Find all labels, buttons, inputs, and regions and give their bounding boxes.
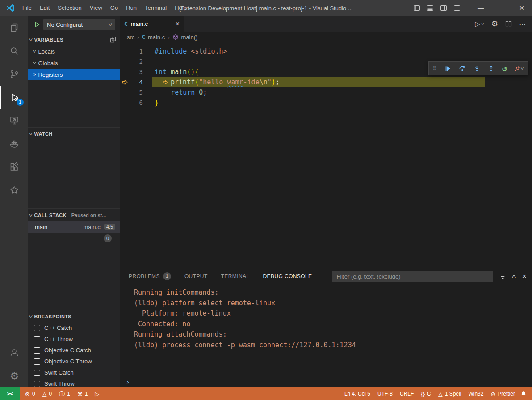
variables-item-locals[interactable]: >Locals xyxy=(28,46,120,57)
activity-docker[interactable] xyxy=(0,132,28,155)
panel-tab-debug-console[interactable]: DEBUG CONSOLE xyxy=(263,268,312,284)
customize-layout-icon[interactable] xyxy=(453,4,461,12)
glyph-margin[interactable] xyxy=(120,67,130,77)
step-into-button[interactable] xyxy=(473,65,480,72)
panel-tab-terminal[interactable]: TERMINAL xyxy=(221,268,250,284)
panel-tab-problems[interactable]: PROBLEMS1 xyxy=(129,268,171,284)
remote-indicator[interactable]: >< xyxy=(0,388,20,400)
debug-settings-button[interactable]: ⚙ xyxy=(491,19,498,29)
close-icon[interactable]: × xyxy=(176,21,180,28)
watch-header[interactable]: > WATCH xyxy=(28,128,120,140)
checkbox[interactable] xyxy=(34,347,40,354)
console-filter-input[interactable] xyxy=(332,271,493,282)
status-errors[interactable]: ⊗0 xyxy=(22,389,38,399)
notifications-button[interactable] xyxy=(518,391,532,397)
copy-value-icon[interactable] xyxy=(110,37,116,43)
run-file-button[interactable]: ▷ > xyxy=(475,20,484,28)
status-eol[interactable]: CRLF xyxy=(397,389,416,399)
activity-settings[interactable]: ⚙ xyxy=(0,364,28,388)
activity-favorites[interactable] xyxy=(0,179,28,202)
restart-button[interactable]: ↺ xyxy=(502,64,507,72)
tab-main-c[interactable]: C main.c × xyxy=(120,16,184,32)
variables-item-registers[interactable]: >Registers xyxy=(28,69,120,80)
activity-run-and-debug[interactable]: 1 xyxy=(0,86,28,109)
debug-console-output[interactable]: Running initCommands:(lldb) platform sel… xyxy=(120,284,532,376)
status-warnings[interactable]: △0 xyxy=(40,389,55,399)
breakpoint-item-objective-c-throw[interactable]: Objective C Throw xyxy=(28,356,120,367)
breadcrumb-file[interactable]: main.c xyxy=(148,34,165,41)
debug-config-dropdown[interactable]: No Configurat > xyxy=(43,19,115,30)
code-line-6[interactable]: 6} xyxy=(120,98,532,108)
menu-file[interactable]: File xyxy=(18,0,36,16)
close-window-button[interactable]: ✕ xyxy=(511,0,532,16)
checkbox[interactable] xyxy=(34,336,40,342)
code-editor[interactable]: 1#include <stdio.h>23int main(){4printf(… xyxy=(120,42,532,268)
variables-header[interactable]: > VARIABLES xyxy=(28,33,120,46)
glyph-margin[interactable] xyxy=(120,98,130,108)
maximize-panel-button[interactable]: > xyxy=(512,273,515,279)
debug-console-input[interactable]: › xyxy=(120,376,532,388)
status-spell[interactable]: △1 Spell xyxy=(436,389,464,399)
activity-explorer[interactable] xyxy=(0,16,28,39)
glyph-margin[interactable] xyxy=(120,46,130,57)
status-info[interactable]: ⓘ1 xyxy=(56,389,73,399)
filter-lines-icon[interactable] xyxy=(499,273,506,280)
activity-remote-explorer[interactable] xyxy=(0,109,28,132)
step-out-button[interactable] xyxy=(488,65,494,72)
menu-selection[interactable]: Selection xyxy=(54,0,85,16)
glyph-margin[interactable] xyxy=(120,77,130,88)
glyph-margin[interactable] xyxy=(120,88,130,98)
menu-edit[interactable]: Edit xyxy=(36,0,54,16)
status-formatter[interactable]: ⊘Prettier xyxy=(488,389,518,399)
breadcrumb-src[interactable]: src xyxy=(127,34,134,41)
menu-help[interactable]: Help xyxy=(171,0,191,16)
callstack-frame-main[interactable]: mainmain.c4:5 xyxy=(28,221,120,233)
toggle-panel-icon[interactable] xyxy=(427,4,434,12)
breakpoint-item-c-catch[interactable]: C++ Catch xyxy=(28,322,120,333)
glyph-margin[interactable] xyxy=(120,57,130,67)
toggle-sidebar-icon[interactable] xyxy=(413,4,420,12)
toggle-secondary-sidebar-icon[interactable] xyxy=(440,4,447,12)
disconnect-button[interactable]: > xyxy=(514,65,524,72)
breakpoint-item-c-throw[interactable]: C++ Throw xyxy=(28,333,120,345)
panel-tab-output[interactable]: OUTPUT xyxy=(184,268,208,284)
call-stack-header[interactable]: > CALL STACK Paused on st... xyxy=(28,209,120,221)
menu-go[interactable]: Go xyxy=(106,0,122,16)
close-panel-button[interactable]: × xyxy=(522,272,527,281)
breakpoint-item-objective-c-catch[interactable]: Objective C Catch xyxy=(28,345,120,356)
status-language-mode[interactable]: {}C xyxy=(418,389,433,399)
code-line-4[interactable]: 4printf("hello wamr-ide\n"); xyxy=(120,77,532,88)
breakpoints-header[interactable]: > BREAKPOINTS xyxy=(28,310,120,322)
start-debugging-icon[interactable] xyxy=(34,21,40,28)
activity-search[interactable] xyxy=(0,39,28,62)
menu-run[interactable]: Run xyxy=(122,0,141,16)
split-editor-button[interactable] xyxy=(505,21,512,27)
activity-extensions[interactable] xyxy=(0,155,28,179)
breadcrumb-symbol[interactable]: main() xyxy=(181,34,198,41)
status-platform[interactable]: Win32 xyxy=(465,389,486,399)
drag-grip-icon[interactable]: ⠿ xyxy=(432,65,437,72)
breakpoint-item-swift-throw[interactable]: Swift Throw xyxy=(28,378,120,388)
checkbox[interactable] xyxy=(34,370,40,376)
checkbox[interactable] xyxy=(34,358,40,365)
variables-item-globals[interactable]: >Globals xyxy=(28,57,120,69)
status-tasks[interactable]: ⚒1 xyxy=(75,389,90,399)
code-line-5[interactable]: 5 return 0; xyxy=(120,88,532,98)
breakpoint-item-swift-catch[interactable]: Swift Catch xyxy=(28,367,120,378)
menu-view[interactable]: View xyxy=(86,0,106,16)
menu-terminal[interactable]: Terminal xyxy=(141,0,171,16)
activity-source-control[interactable] xyxy=(0,62,28,86)
code-line-1[interactable]: 1#include <stdio.h> xyxy=(120,46,532,57)
maximize-button[interactable] xyxy=(491,0,511,16)
step-over-button[interactable] xyxy=(459,65,466,72)
minimize-button[interactable]: — xyxy=(470,0,491,16)
inline-breakpoint-icon[interactable] xyxy=(163,79,169,85)
checkbox[interactable] xyxy=(34,381,40,387)
status-debug[interactable]: ▷ xyxy=(92,389,102,399)
activity-accounts[interactable] xyxy=(0,341,28,364)
status-encoding[interactable]: UTF-8 xyxy=(375,389,395,399)
continue-button[interactable] xyxy=(444,65,451,72)
checkbox[interactable] xyxy=(34,325,40,331)
status-cursor-position[interactable]: Ln 4, Col 5 xyxy=(342,389,373,399)
more-actions-button[interactable]: ⋯ xyxy=(519,20,526,28)
